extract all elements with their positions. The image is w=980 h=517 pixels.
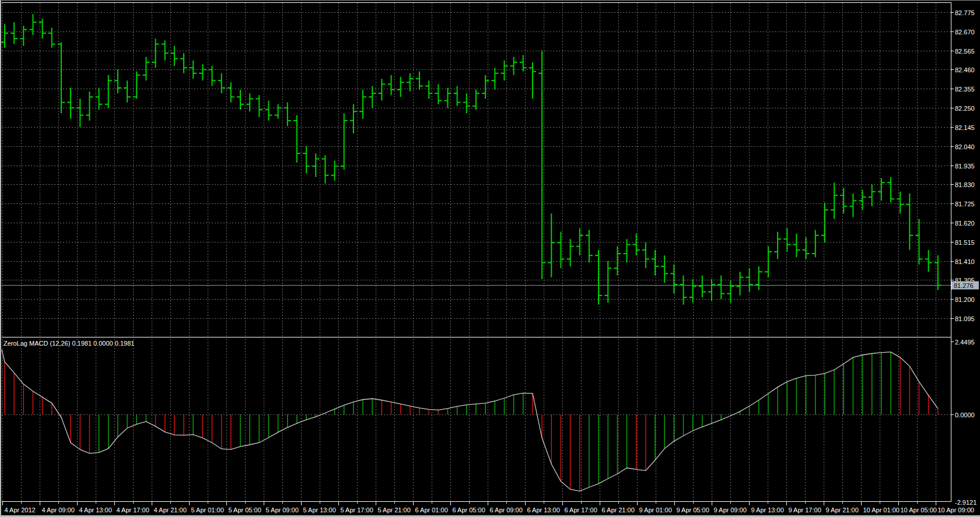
time-label: 9 Apr 09:00 <box>714 507 747 514</box>
time-label: 6 Apr 13:00 <box>527 507 560 514</box>
time-label: 9 Apr 13:00 <box>751 507 784 514</box>
time-label: 4 Apr 21:00 <box>154 507 187 514</box>
price-label: 81.515 <box>955 239 975 246</box>
window-frame-top <box>0 0 980 1</box>
price-label: 82.670 <box>955 29 975 36</box>
time-label: 5 Apr 21:00 <box>378 507 411 514</box>
time-label: 5 Apr 09:00 <box>266 507 299 514</box>
indicator-label: ZeroLag MACD (12,26) 0.1981 0.0000 0.198… <box>4 340 134 347</box>
time-label: 4 Apr 2012 <box>5 507 36 514</box>
time-label: 4 Apr 13:00 <box>79 507 112 514</box>
time-label: 6 Apr 21:00 <box>602 507 635 514</box>
time-label: 6 Apr 17:00 <box>565 507 597 514</box>
time-label: 4 Apr 17:00 <box>117 507 149 514</box>
price-label: 82.040 <box>955 143 975 150</box>
price-label: 81.725 <box>955 201 975 207</box>
macd-scale-label: 0.0000 <box>955 412 975 418</box>
time-label: 10 Apr 09:00 <box>938 507 974 514</box>
time-label: 6 Apr 01:00 <box>415 507 448 514</box>
time-label: 5 Apr 05:00 <box>229 507 261 514</box>
price-label: 82.250 <box>955 105 975 112</box>
trading-chart-window: ZeroLag MACD (12,26) 0.1981 0.0000 0.198… <box>0 0 980 517</box>
price-label: 81.200 <box>955 296 975 303</box>
time-label: 9 Apr 05:00 <box>677 507 709 514</box>
price-label: 81.935 <box>955 163 975 170</box>
time-label: 5 Apr 13:00 <box>303 507 336 514</box>
window-frame-left <box>0 0 1 517</box>
price-label: 81.830 <box>955 181 975 188</box>
macd-scale-label: 2.4495 <box>955 339 975 346</box>
time-label: 10 Apr 01:00 <box>863 507 900 514</box>
price-label: 82.775 <box>955 9 975 16</box>
time-label: 5 Apr 17:00 <box>341 507 373 514</box>
window-background <box>0 0 980 517</box>
price-label: 82.145 <box>955 124 975 131</box>
time-label: 10 Apr 05:00 <box>901 507 937 514</box>
current-price-tag-label: 81.276 <box>954 282 974 289</box>
time-label: 4 Apr 09:00 <box>42 507 75 514</box>
time-label: 9 Apr 01:00 <box>639 507 672 514</box>
macd-scale-label: -2.9121 <box>955 499 977 506</box>
time-label: 9 Apr 21:00 <box>826 507 859 514</box>
time-label: 9 Apr 17:00 <box>789 507 821 514</box>
time-label: 6 Apr 09:00 <box>490 507 523 514</box>
time-label: 6 Apr 05:00 <box>453 507 485 514</box>
price-label: 82.355 <box>955 86 975 93</box>
price-label: 81.410 <box>955 258 975 265</box>
price-label: 81.620 <box>955 220 975 227</box>
price-label: 82.460 <box>955 66 975 73</box>
price-label: 81.095 <box>955 315 975 322</box>
price-label: 82.565 <box>955 48 975 55</box>
time-label: 5 Apr 01:00 <box>191 507 224 514</box>
